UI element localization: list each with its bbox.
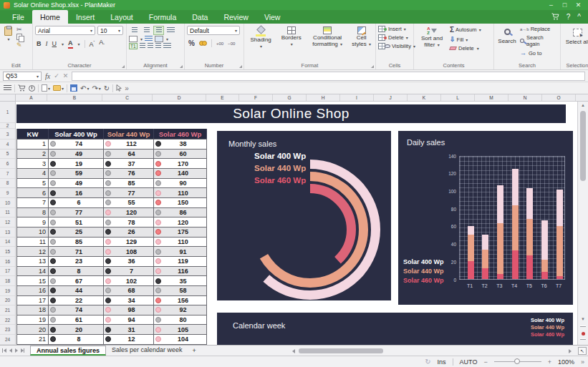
table-header-solar-460-wp[interactable]: Solar 460 Wp	[154, 129, 207, 139]
cell-value[interactable]: 85	[104, 179, 154, 188]
font-size-select[interactable]: 10▾	[97, 26, 123, 35]
cell-value[interactable]: 140	[154, 169, 207, 178]
cell-value[interactable]: 51	[49, 217, 104, 227]
row-header-22[interactable]: 22	[0, 315, 15, 326]
cell-value[interactable]: 44	[49, 286, 104, 295]
search-again-button[interactable]: Search again	[520, 34, 558, 47]
percent-format-button[interactable]: %	[188, 39, 195, 47]
cell-value[interactable]: 170	[154, 159, 207, 168]
cell-value[interactable]: 77	[104, 188, 154, 197]
zoom-out-icon[interactable]: −	[483, 358, 487, 366]
cell-value[interactable]: 8	[49, 267, 104, 276]
cell-value[interactable]: 12	[104, 335, 154, 344]
split-handle-bottom[interactable]	[578, 338, 588, 341]
menu-item-insert[interactable]: Insert	[68, 10, 102, 24]
shading-button[interactable]: Shading ▾	[246, 26, 275, 60]
cell-value[interactable]: 74	[49, 140, 104, 149]
cancel-icon[interactable]: ✕	[63, 72, 69, 79]
goto-active-cell-icon[interactable]: ↖	[578, 347, 587, 355]
underline-button[interactable]: U	[52, 40, 57, 48]
scroll-right-icon[interactable]	[569, 349, 572, 353]
cell-value[interactable]: 119	[154, 257, 207, 266]
cell-value[interactable]: 6	[49, 198, 104, 207]
row-header-24[interactable]: 24	[0, 335, 15, 345]
undo-icon[interactable]: ↶▾	[80, 84, 89, 92]
row-header-9[interactable]: 9	[0, 188, 15, 198]
cell-kw[interactable]: 14	[17, 267, 49, 276]
row-header-10[interactable]: 10	[0, 198, 15, 208]
redo-icon[interactable]: ↷▾	[92, 84, 100, 92]
autosum-button[interactable]: ΣAutosum▾	[450, 26, 481, 34]
column-header-J[interactable]: J	[374, 94, 408, 101]
row-header-21[interactable]: 21	[0, 305, 15, 315]
cell-value[interactable]: 98	[104, 305, 154, 315]
pointer-icon[interactable]	[116, 84, 122, 92]
menu-item-view[interactable]: View	[256, 10, 289, 24]
zoom-slider-thumb[interactable]	[514, 358, 520, 364]
cell-value[interactable]: 120	[104, 208, 154, 217]
cell-kw[interactable]: 3	[17, 159, 49, 168]
cell-value[interactable]: 156	[154, 296, 207, 305]
align-right-icon[interactable]	[155, 43, 161, 49]
sort-filter-button[interactable]: AZ Sort and filter ▾	[416, 26, 448, 60]
cell-value[interactable]: 7	[104, 267, 154, 276]
scroll-up-icon[interactable]: ▲	[578, 102, 588, 109]
row-header-17[interactable]: 17	[0, 267, 15, 277]
table-header-solar-400-wp[interactable]: Solar 400 Wp	[49, 129, 104, 139]
cell-value[interactable]: 76	[104, 169, 154, 178]
horizontal-scrollbar-thumb[interactable]	[299, 348, 383, 353]
vertical-scrollbar[interactable]: ▲ ▼	[577, 102, 588, 345]
cell-value[interactable]: 8	[49, 335, 104, 344]
insert-cells-button[interactable]: Insert▾	[378, 26, 415, 32]
cell-reference-box[interactable]: Q53▾	[3, 72, 42, 81]
cell-kw[interactable]: 16	[17, 286, 49, 295]
cell-kw[interactable]: 12	[17, 247, 49, 256]
menu-item-home[interactable]: Home	[32, 10, 68, 24]
first-sheet-icon[interactable]	[2, 348, 6, 353]
split-handle-top[interactable]	[578, 325, 588, 328]
align-bottom-icon[interactable]	[153, 26, 164, 35]
zoom-in-icon[interactable]: +	[548, 358, 551, 366]
monthly-sales-chart[interactable]: Monthly sales Solar 400 WpSolar 440 WpSo…	[217, 131, 391, 300]
cell-value[interactable]: 105	[154, 325, 207, 334]
cut-icon[interactable]: ✂	[16, 26, 23, 33]
cell-value[interactable]: 49	[49, 179, 104, 188]
menu-item-data[interactable]: Data	[184, 10, 216, 24]
row-header-18[interactable]: 18	[0, 276, 15, 286]
cell-value[interactable]: 112	[104, 140, 154, 149]
column-header-M[interactable]: M	[475, 94, 509, 101]
format-dialog-launcher[interactable]	[371, 65, 374, 68]
row-header-20[interactable]: 20	[0, 296, 15, 306]
column-header-C[interactable]: C	[102, 94, 153, 101]
row-header-11[interactable]: 11	[0, 208, 15, 218]
menu-item-file[interactable]: File	[4, 10, 32, 24]
collapse-ribbon-icon[interactable]: ^	[577, 13, 581, 21]
cell-kw[interactable]: 6	[17, 188, 49, 197]
justify-icon[interactable]	[163, 43, 171, 49]
column-header-H[interactable]: H	[307, 94, 340, 101]
next-sheet-icon[interactable]	[15, 348, 18, 353]
goto-button[interactable]: →Go to	[520, 49, 558, 57]
merge-cells-icon[interactable]	[129, 36, 138, 42]
cell-kw[interactable]: 10	[17, 227, 49, 237]
column-header-N[interactable]: N	[509, 94, 542, 101]
menu-item-formula[interactable]: Formula	[141, 10, 185, 24]
cell-value[interactable]: 20	[49, 325, 104, 334]
cell-value[interactable]: 90	[154, 179, 207, 188]
vertical-scrollbar-thumb[interactable]	[580, 111, 586, 181]
row-header-4[interactable]: 4	[0, 140, 15, 150]
sheet-grid[interactable]: 123456789101112131415161718192021222324 …	[0, 102, 588, 345]
formula-input[interactable]	[72, 72, 585, 81]
row-header-13[interactable]: 13	[0, 227, 15, 238]
cell-value[interactable]: 71	[49, 247, 104, 256]
restore-button[interactable]: □	[559, 0, 571, 10]
row-header-19[interactable]: 19	[0, 286, 15, 296]
grow-font-button[interactable]: Aˆ	[90, 39, 95, 49]
cell-kw[interactable]: 13	[17, 257, 49, 266]
cell-value[interactable]: 25	[49, 227, 104, 237]
toolbar-overflow-icon[interactable]: »	[125, 84, 129, 92]
align-top-icon[interactable]	[129, 26, 140, 35]
calendar-week-chart[interactable]: Calendar week Solar 400 WpSolar 440 WpSo…	[217, 313, 573, 345]
insert-mode-indicator[interactable]: Ins	[438, 358, 446, 366]
delete-cells-button[interactable]: Delete▾	[378, 34, 415, 41]
